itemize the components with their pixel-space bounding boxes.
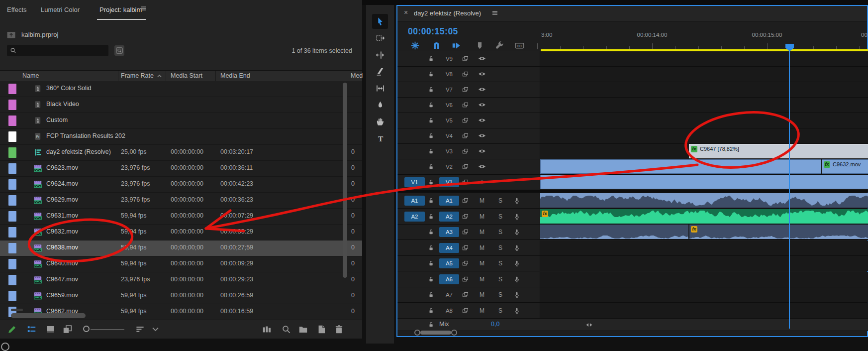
keyframe-arrows-icon[interactable] (585, 322, 593, 328)
clip-v3-c9647[interactable]: fxC9647 [78,82%] (689, 144, 868, 158)
track-target-a2[interactable]: A2 (439, 212, 459, 222)
lock-icon[interactable] (428, 71, 434, 78)
clip-v1[interactable] (540, 175, 868, 189)
project-home-icon[interactable] (7, 31, 15, 38)
sync-lock-icon[interactable] (462, 117, 469, 124)
playhead-timecode[interactable]: 00:00:15:05 (408, 26, 458, 37)
column-name[interactable]: Name (22, 72, 39, 79)
track-content[interactable] (540, 272, 868, 287)
lock-icon[interactable] (428, 229, 434, 235)
voiceover-record-icon[interactable] (513, 291, 520, 299)
table-horizontal-scrollbar[interactable] (11, 313, 86, 318)
mute-button[interactable]: M (480, 229, 484, 235)
solo-button[interactable]: S (498, 291, 502, 298)
table-row[interactable]: C9624.mov 23,976 fps 00:00:00:00 00:00:4… (0, 177, 362, 193)
mute-button[interactable]: M (480, 276, 484, 283)
track-target-v2[interactable]: V2 (439, 164, 459, 170)
track-content[interactable] (540, 287, 868, 302)
track-target-a3[interactable]: A3 (439, 227, 459, 237)
sync-lock-icon[interactable] (462, 163, 469, 170)
track-content[interactable] (540, 82, 868, 97)
toggle-track-output-icon[interactable] (478, 86, 486, 93)
lock-icon[interactable] (428, 102, 434, 109)
lock-icon[interactable] (428, 321, 434, 328)
mute-button[interactable]: M (480, 244, 484, 251)
delete-icon[interactable] (334, 325, 344, 334)
voiceover-record-icon[interactable] (513, 307, 520, 315)
table-row[interactable]: Pr FCP Translation Results 202 (0, 129, 362, 145)
track-target-a4[interactable]: A4 (439, 243, 459, 253)
mute-button[interactable]: M (480, 213, 484, 220)
mute-button[interactable]: M (480, 307, 484, 314)
track-target-a1[interactable]: A1 (439, 196, 459, 206)
track-target-a8[interactable]: A8 (439, 308, 459, 314)
sync-lock-icon[interactable] (462, 132, 469, 139)
voiceover-record-icon[interactable] (513, 229, 520, 236)
label-color-swatch[interactable] (8, 84, 16, 94)
lock-icon[interactable] (428, 179, 434, 186)
toggle-track-output-icon[interactable] (478, 132, 486, 139)
track-target-v1[interactable]: V1 (439, 177, 459, 187)
timeline-zoom-handle-right[interactable] (451, 330, 457, 336)
table-row[interactable]: C9647.mov 23,976 fps 00:00:00:00 00:00:2… (0, 272, 362, 288)
track-target-v3[interactable]: V3 (439, 148, 459, 154)
close-tab-icon[interactable]: × (404, 8, 408, 16)
table-row[interactable]: Black Video (0, 97, 362, 113)
solo-button[interactable]: S (498, 260, 502, 267)
table-row[interactable]: C9623.mov 23,976 fps 00:00:00:00 00:00:3… (0, 161, 362, 177)
sync-lock-icon[interactable] (462, 71, 469, 78)
track-content[interactable] (540, 113, 868, 128)
sync-lock-icon[interactable] (462, 291, 469, 298)
toggle-track-output-icon[interactable] (478, 117, 486, 123)
taskbar-logo-icon[interactable] (1, 343, 9, 351)
label-color-swatch[interactable] (8, 211, 16, 222)
lock-icon[interactable] (428, 163, 434, 170)
label-color-swatch[interactable] (8, 243, 16, 253)
lock-icon[interactable] (428, 117, 434, 124)
search-input[interactable] (7, 45, 108, 56)
source-patch-v1[interactable]: V1 (404, 177, 425, 187)
zoom-slider-track[interactable] (91, 329, 124, 330)
voiceover-record-icon[interactable] (513, 276, 520, 283)
toggle-track-output-icon[interactable] (478, 71, 486, 77)
sync-lock-icon[interactable] (462, 229, 469, 235)
toggle-track-output-icon[interactable] (478, 148, 486, 154)
sync-lock-icon[interactable] (462, 148, 469, 155)
label-color-swatch[interactable] (8, 131, 16, 142)
lock-icon[interactable] (428, 244, 434, 251)
mute-button[interactable]: M (480, 197, 484, 204)
label-color-swatch[interactable] (8, 227, 16, 237)
clip-a1[interactable] (540, 193, 868, 208)
sync-lock-icon[interactable] (462, 307, 469, 314)
sort-ascending-icon[interactable] (156, 73, 163, 79)
hand-tool[interactable] (372, 115, 388, 129)
label-color-swatch[interactable] (8, 116, 16, 126)
mix-volume-value[interactable]: 0,0 (491, 321, 499, 328)
track-target-v4[interactable]: V4 (439, 133, 459, 139)
clip-v2-c9632.mov[interactable]: fxC9632.mov (822, 159, 868, 174)
column-media-start[interactable]: Media Start (171, 72, 202, 79)
lock-icon[interactable] (428, 276, 434, 283)
sync-lock-icon[interactable] (462, 102, 469, 109)
source-patch-a1[interactable]: A1 (404, 196, 425, 206)
column-media-end[interactable]: Media End (220, 72, 250, 79)
clip-a2[interactable]: fx (540, 209, 868, 224)
timeline-menu-icon[interactable] (491, 9, 499, 17)
track-content[interactable] (540, 51, 868, 66)
label-color-swatch[interactable] (8, 163, 16, 174)
track-content[interactable] (540, 67, 868, 82)
track-target-v7[interactable]: V7 (439, 87, 459, 93)
track-target-v9[interactable]: V9 (439, 56, 459, 62)
label-color-swatch[interactable] (8, 275, 16, 285)
table-vertical-scrollbar[interactable] (343, 83, 347, 278)
zoom-slider-knob[interactable] (83, 326, 90, 332)
table-row[interactable]: C9638.mov 59,94 fps 00;00;00;00 00;00;27… (0, 240, 362, 256)
voiceover-record-icon[interactable] (513, 197, 520, 205)
timeline-zoom-handle-left[interactable] (414, 330, 420, 336)
type-tool[interactable]: T (372, 131, 388, 146)
label-color-swatch[interactable] (8, 100, 16, 110)
lock-icon[interactable] (428, 148, 434, 155)
track-target-v6[interactable]: V6 (439, 102, 459, 108)
linked-selection-icon[interactable] (452, 41, 461, 50)
voiceover-record-icon[interactable] (513, 260, 520, 267)
